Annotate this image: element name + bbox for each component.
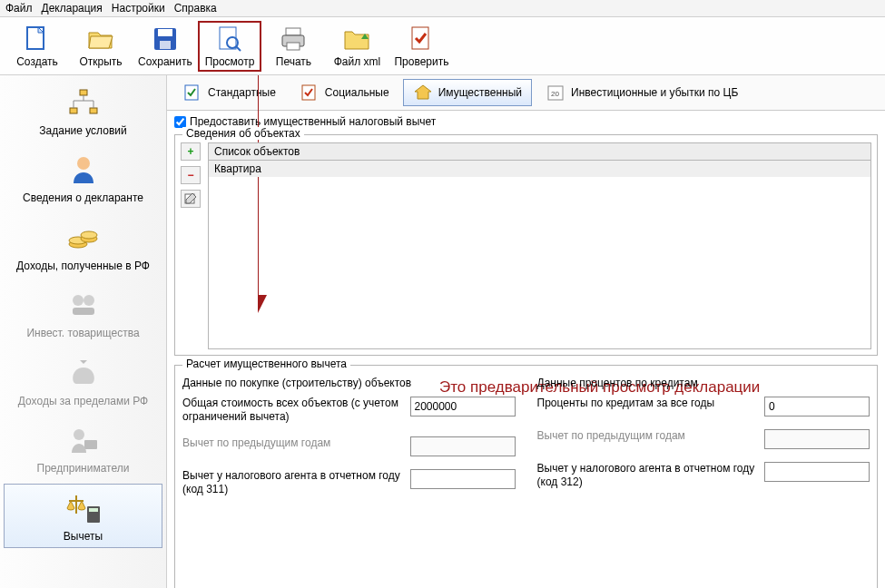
agent-312-label: Вычет у налогового агента в отчетном год… [537, 462, 765, 489]
provide-deduction-checkbox[interactable] [174, 116, 186, 128]
svg-point-20 [73, 295, 84, 306]
prev-years-purchase-input[interactable] [410, 436, 516, 456]
agent-311-input[interactable] [410, 469, 516, 489]
svg-rect-11 [412, 27, 428, 49]
sidebar-item-entrepreneurs: Предприниматели [4, 416, 162, 478]
tab-property-label: Имущественный [438, 86, 522, 99]
prev-years-purchase-label: Вычет по предыдущим годам [182, 436, 410, 450]
menu-file[interactable]: Файл [5, 2, 33, 15]
create-button[interactable]: Создать [5, 21, 69, 72]
calendar-icon: 20 [546, 83, 565, 103]
agent-311-label: Вычет у налогового агента в отчетном год… [182, 469, 410, 496]
svg-rect-14 [90, 108, 97, 113]
check-button[interactable]: Проверить [388, 21, 454, 72]
sidebar-item-deductions[interactable]: Вычеты [4, 484, 162, 547]
svg-rect-3 [158, 29, 172, 36]
svg-point-19 [81, 231, 97, 239]
svg-rect-12 [80, 90, 87, 95]
agent-312-input[interactable] [764, 462, 870, 482]
object-list-row[interactable]: Квартира [209, 161, 870, 177]
open-folder-icon [86, 24, 115, 54]
sidebar-entrepreneurs-label: Предприниматели [37, 462, 130, 475]
interest-label: Проценты по кредитам за все годы [537, 397, 765, 410]
moneybag-icon [65, 355, 102, 391]
print-button[interactable]: Печать [261, 21, 325, 72]
objects-groupbox: Сведения об объектах + − Список объектов… [174, 134, 878, 356]
sidebar-item-invest: Инвест. товарищества [4, 281, 162, 343]
main-area: Задание условий Сведения о декларанте До… [0, 75, 885, 588]
sidebar-income-rf-label: Доходы, полученные в РФ [16, 260, 150, 272]
printer-icon [279, 24, 308, 54]
check-label: Проверить [394, 55, 448, 68]
sidebar-invest-label: Инвест. товарищества [26, 327, 139, 339]
svg-rect-22 [73, 308, 94, 315]
svg-point-15 [77, 157, 90, 170]
provide-deduction-label: Предоставить имущественный налоговый выч… [190, 115, 436, 128]
check-doc-red-icon [300, 83, 320, 103]
check-doc-icon [182, 83, 202, 103]
scales-calc-icon [65, 490, 102, 526]
check-document-icon [407, 24, 436, 54]
content-panel: Стандартные Социальные Имущественный 20 … [167, 75, 885, 588]
xml-file-icon [342, 24, 371, 54]
calc-legend: Расчет имущественного вычета [182, 358, 350, 370]
object-list-header: Список объектов [209, 143, 870, 161]
object-list-buttons: + − [181, 142, 202, 349]
tab-invest-cb[interactable]: 20 Инвестиционные и убытки по ЦБ [536, 79, 748, 106]
add-object-button[interactable]: + [181, 142, 201, 161]
save-button[interactable]: Сохранить [133, 21, 198, 72]
interest-input[interactable] [764, 397, 870, 416]
svg-point-21 [84, 295, 94, 306]
sidebar: Задание условий Сведения о декларанте До… [0, 75, 167, 588]
tab-social[interactable]: Социальные [290, 79, 399, 106]
total-cost-label: Общая стоимость всех объектов (с учетом … [182, 397, 410, 424]
svg-rect-10 [287, 43, 300, 50]
filexml-button[interactable]: Файл xml [325, 21, 388, 72]
svg-rect-24 [84, 440, 97, 449]
sidebar-item-income-rf[interactable]: Доходы, полученные в РФ [4, 214, 162, 276]
svg-rect-13 [70, 108, 77, 113]
svg-rect-4 [160, 41, 171, 49]
create-label: Создать [16, 55, 58, 68]
sidebar-item-conditions[interactable]: Задание условий [4, 79, 162, 141]
coins-icon [65, 220, 102, 256]
total-cost-input[interactable] [410, 397, 516, 416]
tab-standard-label: Стандартные [208, 86, 276, 99]
tab-social-label: Социальные [325, 86, 389, 99]
preview-button[interactable]: Просмотр [198, 21, 262, 72]
tab-standard[interactable]: Стандартные [172, 79, 286, 106]
svg-text:20: 20 [551, 90, 559, 98]
calc-groupbox: Расчет имущественного вычета Данные по п… [174, 365, 878, 588]
svg-line-7 [236, 46, 241, 51]
tab-invest-cb-label: Инвестиционные и убытки по ЦБ [571, 86, 738, 99]
sidebar-income-abroad-label: Доходы за пределами РФ [18, 395, 148, 407]
toolbar: Создать Открыть Сохранить Просмотр Печат… [0, 17, 885, 75]
svg-rect-8 [286, 28, 300, 35]
edit-object-button[interactable] [181, 190, 201, 208]
tab-property[interactable]: Имущественный [403, 79, 532, 106]
sidebar-declarant-label: Сведения о декларанте [23, 191, 143, 204]
object-list[interactable]: Список объектов Квартира [208, 142, 871, 349]
briefcase-person-icon [65, 422, 102, 458]
preview-icon [215, 24, 244, 54]
menu-settings[interactable]: Настройки [112, 2, 165, 15]
calc-col-purchase: Данные по покупке (строительству) объект… [182, 377, 516, 509]
menu-declaration[interactable]: Декларация [42, 2, 103, 15]
tree-icon [65, 84, 102, 121]
edit-icon [184, 192, 197, 205]
handshake-icon [65, 287, 102, 323]
remove-object-button[interactable]: − [181, 166, 201, 184]
menu-help[interactable]: Справка [174, 2, 217, 15]
person-icon [65, 152, 102, 188]
new-document-icon [23, 24, 52, 54]
prev-years-interest-input[interactable] [764, 429, 870, 449]
calc-col2-title: Данные процентов по кредитам [537, 377, 870, 389]
sidebar-deductions-label: Вычеты [64, 530, 103, 543]
save-label: Сохранить [138, 55, 192, 68]
svg-point-23 [74, 429, 84, 440]
open-button[interactable]: Открыть [69, 21, 133, 72]
sidebar-item-declarant[interactable]: Сведения о декларанте [4, 146, 162, 208]
house-icon [413, 83, 433, 103]
save-floppy-icon [151, 24, 180, 54]
deduction-tabs: Стандартные Социальные Имущественный 20 … [167, 75, 885, 111]
